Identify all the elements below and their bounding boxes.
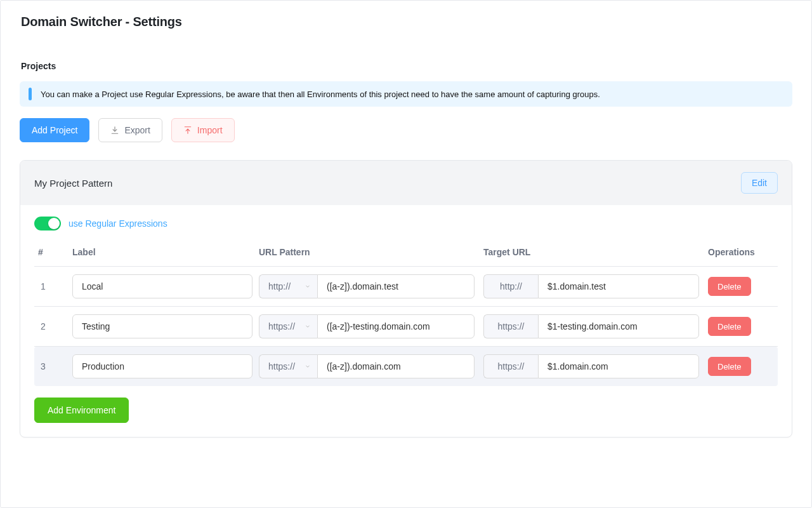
target-url-cell: https:// <box>483 354 699 378</box>
target-url-input[interactable] <box>538 274 699 298</box>
operations-cell: Delete <box>708 317 785 336</box>
target-url-input[interactable] <box>538 354 699 378</box>
chevron-down-icon <box>304 281 311 291</box>
label-cell <box>72 274 252 298</box>
url-pattern-scheme-select[interactable]: https:// <box>259 354 317 378</box>
environments-table: # Label URL Pattern Target URL Operation… <box>34 239 778 386</box>
regex-toggle[interactable] <box>34 217 61 231</box>
download-icon <box>110 126 119 135</box>
url-pattern-scheme-select[interactable]: http:// <box>259 274 317 298</box>
projects-toolbar: Add Project Export Import <box>20 118 792 142</box>
url-pattern-cell: https:// <box>259 314 475 338</box>
target-url-input[interactable] <box>538 314 699 338</box>
table-row: 2 https:// <box>34 307 778 347</box>
delete-label: Delete <box>717 322 742 331</box>
col-header-target-url: Target URL <box>483 247 705 257</box>
url-pattern-cell: https:// <box>259 354 475 378</box>
url-pattern-cell: http:// <box>259 274 475 298</box>
label-input[interactable] <box>72 354 252 378</box>
url-pattern-input[interactable] <box>317 274 475 298</box>
target-url-scheme: https:// <box>483 314 538 338</box>
delete-label: Delete <box>717 362 742 371</box>
add-project-button[interactable]: Add Project <box>20 118 89 142</box>
info-alert-text: You can make a Project use Regular Expre… <box>41 90 600 99</box>
target-url-cell: http:// <box>483 274 699 298</box>
regex-toggle-label: use Regular Expressions <box>69 218 167 229</box>
table-header: # Label URL Pattern Target URL Operation… <box>34 239 778 267</box>
target-url-scheme-value: https:// <box>497 361 524 371</box>
regex-toggle-row: use Regular Expressions <box>34 217 778 231</box>
section-heading-projects: Projects <box>21 61 792 71</box>
delete-label: Delete <box>717 282 742 291</box>
label-cell <box>72 314 252 338</box>
target-url-scheme-value: http:// <box>500 281 522 291</box>
table-row: 3 https:// <box>34 347 778 386</box>
url-pattern-scheme-value: http:// <box>268 281 291 291</box>
table-row: 1 http:// h <box>34 267 778 307</box>
export-label: Export <box>124 125 150 135</box>
page-title: Domain Switcher - Settings <box>21 15 792 29</box>
project-title: My Project Pattern <box>34 178 112 189</box>
info-alert: You can make a Project use Regular Expre… <box>20 81 792 107</box>
row-index: 1 <box>38 281 70 291</box>
target-url-scheme: https:// <box>483 354 538 378</box>
delete-row-button[interactable]: Delete <box>708 317 751 336</box>
settings-page: Domain Switcher - Settings Projects You … <box>0 0 812 508</box>
col-header-url-pattern: URL Pattern <box>259 247 481 257</box>
export-button[interactable]: Export <box>98 118 162 142</box>
operations-cell: Delete <box>708 277 785 296</box>
label-input[interactable] <box>72 274 252 298</box>
row-index: 2 <box>38 321 70 331</box>
project-card-header: My Project Pattern Edit <box>20 161 792 205</box>
url-pattern-input[interactable] <box>317 314 475 338</box>
project-card-body: use Regular Expressions # Label URL Patt… <box>20 205 792 437</box>
target-url-cell: https:// <box>483 314 699 338</box>
add-environment-button[interactable]: Add Environment <box>34 398 129 423</box>
url-pattern-scheme-select[interactable]: https:// <box>259 314 317 338</box>
row-index: 3 <box>38 361 70 371</box>
url-pattern-scheme-value: https:// <box>268 321 295 331</box>
label-cell <box>72 354 252 378</box>
add-environment-label: Add Environment <box>48 405 115 415</box>
col-header-index: # <box>38 247 70 257</box>
add-project-label: Add Project <box>32 125 77 135</box>
delete-row-button[interactable]: Delete <box>708 277 751 296</box>
import-label: Import <box>197 125 223 135</box>
url-pattern-scheme-value: https:// <box>268 361 295 371</box>
url-pattern-input[interactable] <box>317 354 475 378</box>
operations-cell: Delete <box>708 357 785 376</box>
delete-row-button[interactable]: Delete <box>708 357 751 376</box>
target-url-scheme: http:// <box>483 274 538 298</box>
col-header-label: Label <box>72 247 256 257</box>
label-input[interactable] <box>72 314 252 338</box>
edit-project-button[interactable]: Edit <box>741 172 778 194</box>
chevron-down-icon <box>304 361 311 371</box>
target-url-scheme-value: https:// <box>497 321 524 331</box>
project-card: My Project Pattern Edit use Regular Expr… <box>20 160 792 438</box>
import-button[interactable]: Import <box>171 118 235 142</box>
col-header-operations: Operations <box>708 247 785 257</box>
edit-project-label: Edit <box>752 178 767 188</box>
chevron-down-icon <box>304 321 311 331</box>
upload-icon <box>183 126 192 135</box>
